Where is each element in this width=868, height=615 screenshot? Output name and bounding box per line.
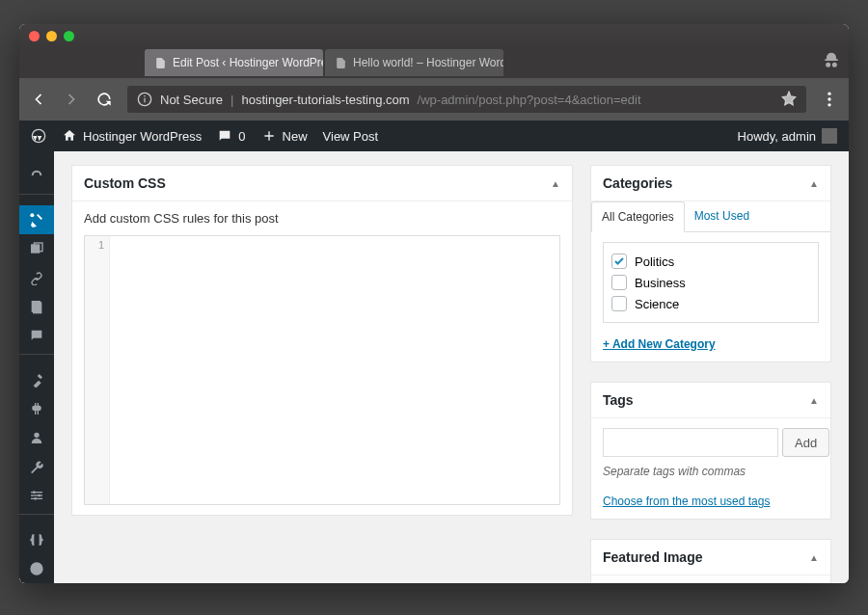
maximize-window-button[interactable]	[64, 31, 74, 41]
collapse-icon: ▲	[551, 178, 560, 189]
svg-point-3	[827, 93, 830, 95]
category-list: Politics Business Science	[603, 242, 819, 323]
tab-all-categories[interactable]: All Categories	[591, 201, 685, 232]
featured-image-panel: Featured Image ▲ Set featured image	[590, 539, 831, 583]
browser-tabs: Edit Post ‹ Hostinger WordPress × Hello …	[19, 47, 849, 78]
new[interactable]: New	[261, 128, 308, 144]
panel-title: Featured Image	[603, 549, 702, 565]
sidebar-item-custom-css[interactable]	[19, 525, 54, 554]
svg-rect-13	[31, 492, 42, 493]
avatar	[822, 128, 837, 144]
custom-css-header[interactable]: Custom CSS ▲	[72, 166, 572, 201]
categories-panel: Categories ▲ All Categories Most Used Po…	[590, 165, 831, 362]
tab-most-used[interactable]: Most Used	[685, 201, 759, 231]
category-item-business[interactable]: Business	[611, 272, 810, 293]
svg-point-18	[34, 497, 37, 500]
collapse-icon: ▲	[809, 178, 819, 189]
sidebar-item-users[interactable]	[19, 423, 54, 452]
page-icon	[335, 57, 347, 69]
comments[interactable]: 0	[217, 128, 245, 144]
howdy-user[interactable]: Howdy, admin	[738, 128, 837, 144]
custom-css-description: Add custom CSS rules for this post	[84, 211, 560, 226]
sidebar-item-dashboard[interactable]	[19, 161, 54, 190]
category-item-politics[interactable]: Politics	[611, 251, 810, 272]
svg-point-16	[33, 492, 36, 495]
svg-rect-2	[144, 95, 145, 96]
css-editor[interactable]: 1	[84, 235, 560, 505]
window-titlebar	[19, 24, 849, 47]
wp-admin-bar: Hostinger WordPress 0 New View Post Howd…	[19, 120, 849, 151]
close-window-button[interactable]	[29, 31, 40, 41]
page-icon	[154, 57, 167, 69]
add-tag-button[interactable]: Add	[782, 428, 829, 457]
sidebar-item-appearance[interactable]	[19, 365, 54, 394]
svg-point-12	[34, 433, 39, 438]
sidebar-item-links[interactable]	[19, 263, 54, 292]
add-new-category-link[interactable]: + Add New Category	[603, 337, 716, 351]
minimize-window-button[interactable]	[46, 31, 57, 41]
info-icon	[137, 92, 152, 107]
incognito-icon	[822, 51, 841, 74]
tag-input[interactable]	[603, 428, 778, 457]
not-secure-label: Not Secure	[160, 93, 223, 107]
checkbox-icon[interactable]	[611, 275, 627, 290]
svg-point-5	[827, 103, 830, 106]
reload-button[interactable]	[95, 90, 114, 109]
panel-title: Custom CSS	[84, 175, 166, 191]
browser-menu-button[interactable]	[820, 90, 839, 109]
svg-rect-1	[144, 98, 145, 103]
tab-title: Edit Post ‹ Hostinger WordPress	[173, 56, 323, 69]
sidebar-item-plugins[interactable]	[19, 394, 54, 423]
category-item-science[interactable]: Science	[611, 293, 810, 314]
sidebar-item-settings[interactable]	[19, 481, 54, 510]
categories-header[interactable]: Categories ▲	[591, 166, 830, 201]
address-bar: Not Secure | hostinger-tutorials-testing…	[19, 78, 849, 120]
sidebar-item-media[interactable]	[19, 234, 54, 263]
sidebar-collapse[interactable]	[19, 554, 54, 583]
custom-css-panel: Custom CSS ▲ Add custom CSS rules for th…	[71, 165, 573, 516]
svg-point-7	[30, 213, 34, 217]
checkbox-icon[interactable]	[611, 296, 627, 311]
svg-rect-14	[31, 495, 42, 496]
panel-title: Tags	[603, 392, 634, 408]
site-name[interactable]: Hostinger WordPress	[62, 128, 202, 144]
featured-image-header[interactable]: Featured Image ▲	[591, 540, 830, 575]
tags-panel: Tags ▲ Add Separate tags with commas Cho…	[590, 382, 831, 520]
url-host: hostinger-tutorials-testing.com	[241, 93, 409, 107]
collapse-icon: ▲	[809, 552, 819, 563]
tags-header[interactable]: Tags ▲	[591, 383, 830, 418]
tags-hint: Separate tags with commas	[603, 465, 819, 478]
category-label: Politics	[635, 254, 674, 269]
svg-point-4	[827, 97, 830, 100]
forward-button[interactable]	[62, 90, 81, 109]
checkbox-checked-icon[interactable]	[611, 254, 627, 269]
sidebar-item-tools[interactable]	[19, 452, 54, 481]
url-input[interactable]: Not Secure | hostinger-tutorials-testing…	[127, 86, 806, 113]
wp-logo[interactable]	[31, 128, 46, 144]
category-label: Science	[635, 297, 679, 311]
url-path: /wp-admin/post.php?post=4&action=edit	[418, 93, 641, 107]
sidebar-item-posts[interactable]	[19, 205, 54, 234]
sidebar-item-comments[interactable]	[19, 321, 54, 350]
choose-tags-link[interactable]: Choose from the most used tags	[603, 495, 770, 508]
admin-sidebar	[19, 151, 54, 583]
line-number: 1	[85, 236, 110, 504]
bookmark-icon[interactable]	[781, 91, 797, 109]
view-post[interactable]: View Post	[323, 129, 379, 144]
panel-title: Categories	[603, 175, 672, 191]
svg-point-17	[38, 495, 41, 497]
browser-tab-hello-world[interactable]: Hello world! – Hostinger WordP ×	[325, 49, 503, 76]
back-button[interactable]	[29, 90, 48, 109]
browser-tab-edit-post[interactable]: Edit Post ‹ Hostinger WordPress ×	[145, 49, 323, 76]
sidebar-item-pages[interactable]	[19, 292, 54, 321]
category-label: Business	[635, 276, 686, 290]
tab-title: Hello world! – Hostinger WordP	[353, 56, 503, 69]
collapse-icon: ▲	[809, 395, 819, 406]
